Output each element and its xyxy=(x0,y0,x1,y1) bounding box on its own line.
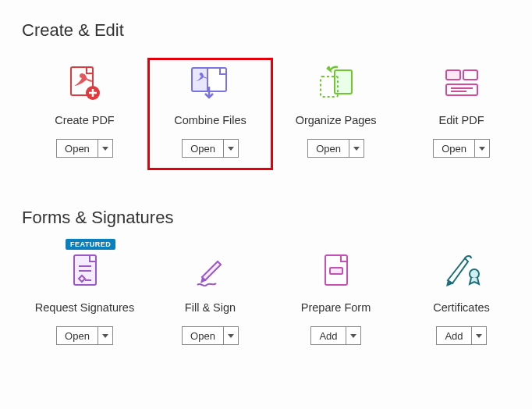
dropdown-arrow-icon[interactable] xyxy=(224,140,238,157)
open-button[interactable]: Open xyxy=(56,326,113,345)
svg-marker-26 xyxy=(350,334,356,338)
open-button[interactable]: Open xyxy=(182,326,239,345)
tool-label: Combine Files xyxy=(174,114,246,126)
svg-marker-23 xyxy=(228,334,234,338)
dropdown-arrow-icon[interactable] xyxy=(475,140,489,157)
tool-label: Fill & Sign xyxy=(185,301,236,314)
create-pdf-icon xyxy=(62,64,106,101)
featured-badge: FEATURED xyxy=(66,239,115,250)
tool-card-create-pdf[interactable]: Create PDF Open xyxy=(22,58,147,170)
dropdown-arrow-icon[interactable] xyxy=(224,327,238,344)
button-label: Add xyxy=(437,327,471,344)
button-label: Open xyxy=(308,140,349,157)
button-label: Open xyxy=(57,140,98,157)
svg-rect-25 xyxy=(330,268,342,274)
tool-label: Create PDF xyxy=(55,114,115,126)
combine-files-icon xyxy=(189,64,232,101)
button-label: Open xyxy=(57,327,98,344)
svg-rect-12 xyxy=(446,70,460,80)
tool-label: Request Signatures xyxy=(35,301,134,314)
organize-pages-icon xyxy=(314,64,358,101)
section-title-forms-signatures: Forms & Signatures xyxy=(22,208,524,228)
tool-label: Certificates xyxy=(433,301,490,314)
tool-card-prepare-form[interactable]: Prepare Form Add xyxy=(273,245,399,357)
add-button[interactable]: Add xyxy=(310,326,360,345)
svg-marker-11 xyxy=(353,147,360,151)
open-button[interactable]: Open xyxy=(182,139,239,158)
tool-label: Edit PDF xyxy=(439,114,484,126)
dropdown-arrow-icon[interactable] xyxy=(98,327,112,344)
dropdown-arrow-icon[interactable] xyxy=(472,327,486,344)
dropdown-arrow-icon[interactable] xyxy=(349,140,364,157)
tool-card-fill-sign[interactable]: Fill & Sign Open xyxy=(147,245,273,357)
open-button[interactable]: Open xyxy=(307,139,364,158)
button-label: Open xyxy=(183,140,224,157)
dropdown-arrow-icon[interactable] xyxy=(346,327,360,344)
tool-label: Organize Pages xyxy=(296,114,377,126)
svg-rect-13 xyxy=(463,70,477,80)
svg-marker-4 xyxy=(102,147,108,151)
svg-marker-17 xyxy=(479,147,485,151)
svg-point-27 xyxy=(470,269,479,279)
tool-card-request-signatures[interactable]: FEATURED Request Signatures Open xyxy=(22,245,147,357)
button-label: Open xyxy=(434,140,475,157)
tool-card-organize-pages[interactable]: Organize Pages Open xyxy=(273,58,399,170)
svg-marker-8 xyxy=(228,147,234,151)
tool-card-certificates[interactable]: Certificates Add xyxy=(399,245,524,357)
prepare-form-icon xyxy=(314,251,358,289)
request-signatures-icon xyxy=(63,251,107,289)
tool-label: Prepare Form xyxy=(301,301,371,314)
edit-pdf-icon xyxy=(440,64,484,101)
dropdown-arrow-icon[interactable] xyxy=(98,140,112,157)
tools-grid-forms-signatures: FEATURED Request Signatures Open xyxy=(22,245,524,357)
fill-sign-icon xyxy=(189,251,232,289)
add-button[interactable]: Add xyxy=(436,326,486,345)
button-label: Open xyxy=(183,327,224,344)
section-title-create-edit: Create & Edit xyxy=(22,20,524,41)
open-button[interactable]: Open xyxy=(56,139,113,158)
svg-marker-28 xyxy=(476,334,482,338)
certificates-icon xyxy=(440,251,484,289)
tools-grid-create-edit: Create PDF Open Combine Files xyxy=(22,58,524,170)
button-label: Add xyxy=(311,327,346,344)
svg-marker-22 xyxy=(102,334,108,338)
tool-card-combine-files[interactable]: Combine Files Open xyxy=(147,58,273,170)
open-button[interactable]: Open xyxy=(433,139,490,158)
svg-rect-14 xyxy=(446,84,477,95)
tool-card-edit-pdf[interactable]: Edit PDF Open xyxy=(399,58,524,170)
